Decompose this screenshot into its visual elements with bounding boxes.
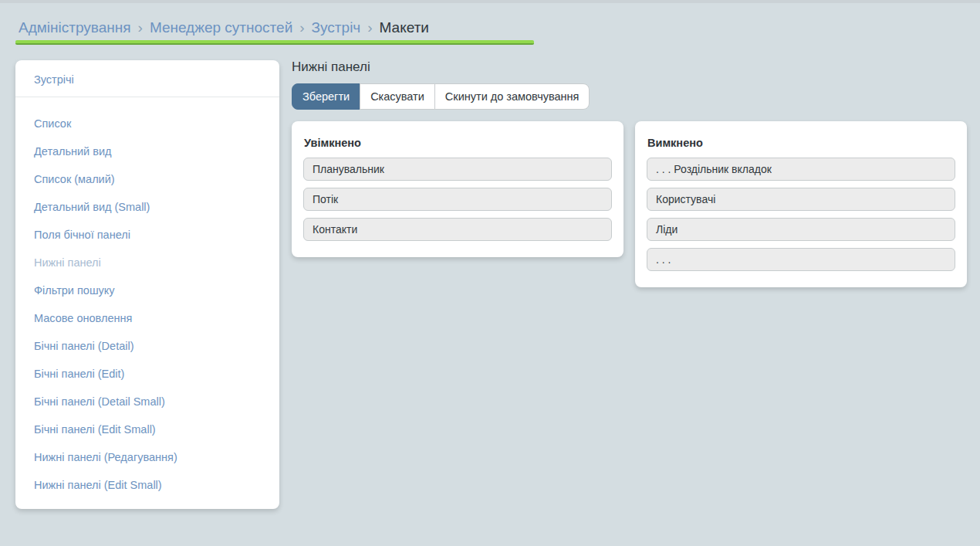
sidebar-item-search-filters[interactable]: Фільтри пошуку	[15, 276, 279, 304]
breadcrumb-separator: ›	[138, 19, 143, 36]
disabled-panel-title: Вимкнено	[635, 121, 967, 158]
sidebar-item-detail[interactable]: Детальний вид	[15, 137, 279, 165]
drag-item-stream[interactable]: Потік	[303, 188, 612, 211]
enabled-panel: Увімкнено Планувальник Потік Контакти	[292, 121, 623, 257]
sidebar-item-mass-update[interactable]: Масове оновлення	[15, 304, 279, 332]
sidebar-item-detail-small[interactable]: Детальний вид (Small)	[15, 193, 279, 221]
save-button[interactable]: Зберегти	[292, 83, 360, 110]
breadcrumb-link-entity-manager[interactable]: Менеджер сутностей	[150, 19, 292, 36]
breadcrumb-current: Макети	[380, 19, 429, 36]
sidebar-header: Зустрічі	[15, 60, 279, 97]
sidebar-item-side-panels-detail[interactable]: Бічні панелі (Detail)	[15, 332, 279, 360]
sidebar-item-side-panels-detail-small[interactable]: Бічні панелі (Detail Small)	[15, 388, 279, 415]
breadcrumb-link-entity[interactable]: Зустріч	[312, 19, 361, 36]
drag-item-tab-divider[interactable]: . . . Роздільник вкладок	[647, 158, 955, 181]
layout-manager-page: Адміністрування›Менеджер сутностей›Зустр…	[0, 0, 980, 546]
action-button-group: Зберегти Скасувати Скинути до замовчуван…	[292, 83, 590, 110]
sidebar-item-side-panels-edit-small[interactable]: Бічні панелі (Edit Small)	[15, 415, 279, 443]
sidebar-item-bottom-panels-edit[interactable]: Нижні панелі (Редагування)	[15, 443, 279, 471]
sidebar-list: Список Детальний вид Список (малий) Дета…	[15, 97, 279, 499]
window-top-edge	[0, 0, 980, 3]
reset-to-default-button[interactable]: Скинути до замовчування	[434, 83, 590, 110]
sidebar-item-list[interactable]: Список	[15, 110, 279, 137]
cancel-button[interactable]: Скасувати	[360, 83, 435, 110]
drag-item-leads[interactable]: Ліди	[647, 218, 955, 241]
breadcrumb-link-administration[interactable]: Адміністрування	[19, 19, 131, 36]
breadcrumb: Адміністрування›Менеджер сутностей›Зустр…	[19, 19, 429, 37]
enabled-panel-title: Увімкнено	[292, 121, 623, 158]
sidebar-item-bottom-panels-active: Нижні панелі	[15, 249, 279, 276]
sidebar-item-list-small[interactable]: Список (малий)	[15, 165, 279, 193]
sidebar-item-side-panels-edit[interactable]: Бічні панелі (Edit)	[15, 360, 279, 388]
page-title: Нижні панелі	[292, 59, 370, 76]
drag-item-users[interactable]: Користувачі	[647, 188, 955, 211]
sidebar-item-bottom-panels-edit-small[interactable]: Нижні панелі (Edit Small)	[15, 471, 279, 499]
sidebar-item-side-panel-fields[interactable]: Поля бічної панелі	[15, 221, 279, 249]
breadcrumb-separator: ›	[299, 19, 304, 36]
drag-item-contacts[interactable]: Контакти	[303, 218, 612, 241]
disabled-panel: Вимкнено . . . Роздільник вкладок Корист…	[635, 121, 967, 287]
sidebar: Зустрічі Список Детальний вид Список (ма…	[15, 60, 279, 509]
breadcrumb-separator: ›	[367, 19, 372, 36]
drag-item-scheduler[interactable]: Планувальник	[303, 158, 612, 181]
drag-item-ellipsis[interactable]: . . .	[647, 248, 955, 271]
highlight-underline-breadcrumb	[15, 40, 534, 45]
